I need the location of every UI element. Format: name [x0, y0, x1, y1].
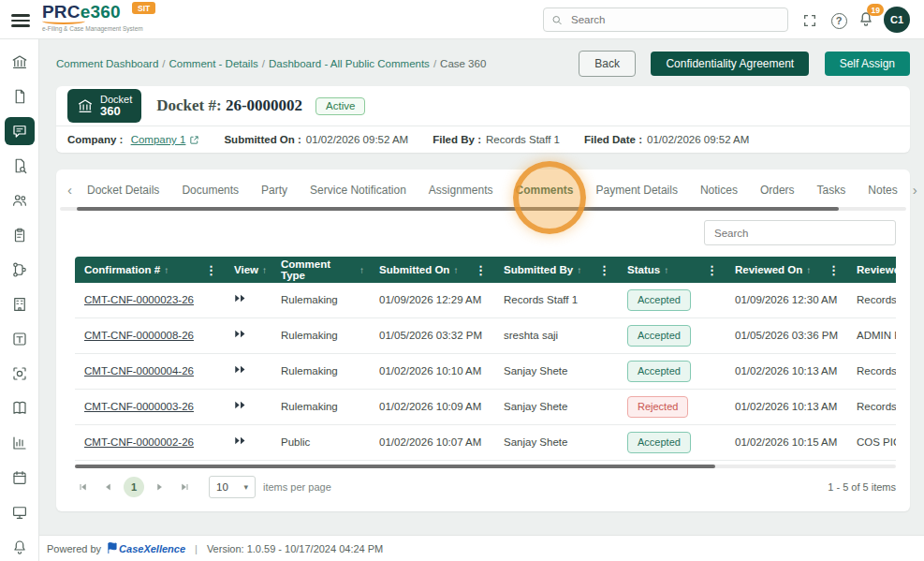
monitor-icon[interactable]	[5, 498, 35, 526]
courthouse-icon	[77, 97, 94, 114]
tab-scroll-right-icon[interactable]: ›	[909, 182, 921, 198]
company-link[interactable]: Company 1	[131, 134, 200, 145]
view-comment-icon[interactable]	[234, 400, 247, 410]
logo-tagline: e-Filing & Case Management System	[42, 26, 143, 33]
confidentiality-agreement-button[interactable]: Confidentiality Agreement	[651, 52, 809, 76]
notification-bell-icon[interactable]	[5, 533, 35, 561]
comment-type-cell: Rulemaking	[271, 289, 370, 311]
col-header-reviewed-by[interactable]: Reviewed By↑	[847, 257, 896, 283]
tab-scroll-left-icon[interactable]: ‹	[64, 182, 76, 198]
tab-assignments[interactable]: Assignments	[429, 184, 493, 197]
pagination-range-label: 1 - 5 of 5 items	[828, 481, 896, 493]
back-button[interactable]: Back	[579, 51, 636, 77]
table-row[interactable]: CMT-CNF-0000008-26 Rulemaking 01/05/2026…	[75, 318, 896, 354]
page-footer: Powered by CaseXellence | Version: 1.0.5…	[39, 535, 924, 561]
view-comment-icon[interactable]	[234, 329, 247, 339]
col-header-submitted-on[interactable]: Submitted On↑⋮	[370, 257, 494, 283]
comment-type-cell: Public	[271, 432, 370, 453]
users-icon[interactable]	[5, 186, 35, 214]
file-icon[interactable]	[5, 82, 35, 111]
current-page-button[interactable]: 1	[124, 477, 144, 497]
casexellence-logo[interactable]: CaseXellence	[107, 542, 185, 554]
confirmation-link[interactable]: CMT-CNF-0000002-26	[84, 436, 194, 448]
help-icon[interactable]: ?	[829, 11, 848, 30]
calendar-icon[interactable]	[5, 464, 35, 492]
building-icon[interactable]	[5, 290, 35, 318]
column-menu-icon[interactable]: ⋮	[704, 263, 720, 277]
breadcrumb-comment-dashboard[interactable]: Comment Dashboard	[56, 58, 158, 69]
next-page-button[interactable]	[149, 477, 169, 497]
sort-icon[interactable]: ↑	[262, 265, 267, 275]
sort-icon[interactable]: ↑	[806, 265, 811, 275]
table-scrollbar[interactable]	[75, 465, 896, 468]
submitted-on-cell: 01/02/2026 10:07 AM	[370, 432, 494, 453]
tab-notices[interactable]: Notices	[700, 184, 738, 197]
notifications-bell-icon[interactable]: 19	[858, 10, 878, 31]
file-search-icon[interactable]	[5, 152, 35, 180]
tab-tasks[interactable]: Tasks	[817, 184, 846, 197]
col-header-confirmation[interactable]: Confirmation #↑⋮	[75, 257, 225, 283]
last-page-button[interactable]	[174, 477, 195, 497]
tab-service-notification[interactable]: Service Notification	[310, 184, 406, 197]
breadcrumb-comment-details[interactable]: Comment - Details	[169, 58, 258, 69]
comments-search-input[interactable]	[704, 220, 896, 245]
self-assign-button[interactable]: Self Assign	[825, 52, 910, 76]
view-comment-icon[interactable]	[234, 364, 247, 375]
user-avatar[interactable]: C1	[884, 7, 910, 33]
status-badge: Accepted	[627, 432, 691, 453]
confirmation-link[interactable]: CMT-CNF-0000023-26	[84, 294, 194, 305]
comments-icon[interactable]	[5, 117, 35, 145]
search-input[interactable]	[569, 13, 780, 26]
tab-documents[interactable]: Documents	[182, 184, 239, 197]
sort-icon[interactable]: ↑	[359, 265, 364, 275]
view-comment-icon[interactable]	[234, 436, 247, 446]
tab-notes[interactable]: Notes	[868, 184, 897, 197]
view-comment-icon[interactable]	[234, 293, 247, 303]
submitted-by-cell: Sanjay Shete	[494, 396, 618, 418]
status-badge: Accepted	[627, 289, 691, 311]
confirmation-link[interactable]: CMT-CNF-0000003-26	[84, 401, 194, 412]
hamburger-menu-icon[interactable]	[11, 11, 30, 28]
column-menu-icon[interactable]: ⋮	[596, 263, 612, 277]
previous-page-button[interactable]	[98, 477, 119, 497]
docket-number-label: Docket #:	[156, 96, 221, 114]
col-header-reviewed-on[interactable]: Reviewed On↑⋮	[726, 257, 847, 283]
sort-icon[interactable]: ↑	[664, 265, 668, 275]
col-header-submitted-by[interactable]: Submitted By↑⋮	[494, 257, 618, 283]
tab-comments[interactable]: Comments	[516, 184, 574, 197]
confirmation-link[interactable]: CMT-CNF-0000008-26	[84, 330, 194, 341]
confirmation-link[interactable]: CMT-CNF-0000004-26	[84, 365, 194, 376]
book-icon[interactable]	[5, 394, 35, 422]
powered-by-label: Powered by	[47, 543, 101, 554]
table-row[interactable]: CMT-CNF-0000002-26 Public 01/02/2026 10:…	[75, 425, 896, 461]
tab-orders[interactable]: Orders	[760, 184, 795, 197]
column-menu-icon[interactable]: ⋮	[473, 263, 489, 277]
sort-icon[interactable]: ↑	[164, 265, 169, 275]
column-menu-icon[interactable]: ⋮	[203, 263, 219, 277]
chart-icon[interactable]	[5, 429, 35, 457]
first-page-button[interactable]	[73, 477, 94, 497]
table-row[interactable]: CMT-CNF-0000004-26 Rulemaking 01/02/2026…	[75, 354, 896, 390]
column-menu-icon[interactable]: ⋮	[826, 263, 842, 277]
table-row[interactable]: CMT-CNF-0000003-26 Rulemaking 01/02/2026…	[75, 390, 896, 425]
courthouse-icon[interactable]	[5, 48, 35, 76]
reviewed-by-cell: Records Staf	[847, 289, 896, 311]
scan-search-icon[interactable]	[5, 360, 35, 388]
table-row[interactable]: CMT-CNF-0000023-26 Rulemaking 01/09/2026…	[75, 283, 896, 318]
tab-party[interactable]: Party	[261, 184, 287, 197]
workflow-icon[interactable]	[5, 256, 35, 284]
tabs-scrollbar[interactable]	[60, 207, 906, 211]
fullscreen-icon[interactable]	[800, 11, 819, 30]
breadcrumb-all-public-comments[interactable]: Dashboard - All Public Comments	[269, 58, 430, 69]
sort-icon[interactable]: ↑	[577, 265, 581, 275]
tab-docket-details[interactable]: Docket Details	[87, 184, 159, 197]
clipboard-icon[interactable]	[5, 221, 35, 249]
col-header-status[interactable]: Status↑⋮	[618, 257, 726, 283]
col-header-comment-type[interactable]: Comment Type↑	[271, 257, 370, 283]
col-header-view[interactable]: View↑	[225, 257, 271, 283]
tab-payment-details[interactable]: Payment Details	[596, 184, 678, 197]
docket-meta-row: Company : Company 1 Submitted On :01/02/…	[56, 125, 910, 153]
sort-icon[interactable]: ↑	[453, 265, 458, 275]
page-size-select[interactable]: 10▾	[209, 476, 256, 498]
template-icon[interactable]	[5, 325, 35, 353]
